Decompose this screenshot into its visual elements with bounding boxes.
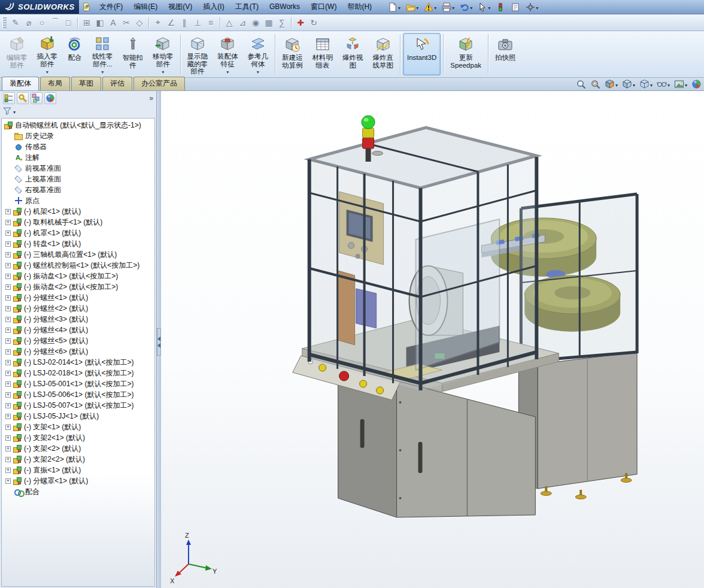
exploded-view-button[interactable]: 爆炸视图 xyxy=(338,33,368,75)
expand-icon[interactable] xyxy=(5,435,11,441)
dropdown-caret-icon[interactable] xyxy=(162,68,164,77)
zoom-area-icon[interactable] xyxy=(588,78,602,90)
filter-dropdown-caret[interactable] xyxy=(13,107,16,116)
tree-item[interactable]: (-) 分螺丝<6> (默认) xyxy=(2,346,154,357)
note-icon[interactable]: A xyxy=(107,16,120,29)
expand-icon[interactable] xyxy=(5,209,11,214)
tree-item[interactable]: (-) 振动盘<2> (默认<按加工>) xyxy=(2,281,154,292)
dropdown-caret-icon[interactable] xyxy=(397,3,400,11)
tree-item[interactable]: (-) 支架<1> (默认) xyxy=(2,422,154,432)
perpendicular-icon[interactable]: ⊥ xyxy=(191,16,204,29)
section-view-icon[interactable] xyxy=(603,78,620,90)
dropdown-caret-icon[interactable] xyxy=(257,68,259,77)
parallel-icon[interactable]: ∥ xyxy=(178,16,191,29)
tree-item[interactable]: (-) 分螺丝<1> (默认) xyxy=(2,292,154,303)
instant3d-button[interactable]: Instant3D xyxy=(403,33,441,75)
file-properties-icon[interactable] xyxy=(508,1,523,14)
rectangle-icon[interactable]: □ xyxy=(62,16,75,29)
measure-icon[interactable]: ⌖ xyxy=(151,16,165,29)
plane-icon[interactable]: △ xyxy=(223,16,236,29)
smart-fasteners-button[interactable]: 智能扣件 xyxy=(119,33,148,75)
expand-icon[interactable] xyxy=(5,295,11,301)
section-icon[interactable]: ⊿ xyxy=(236,16,249,29)
take-snapshot-button[interactable]: 拍快照 xyxy=(491,33,520,75)
assembly-features-button[interactable]: 装配体特征 xyxy=(213,33,242,75)
dropdown-caret-icon[interactable] xyxy=(433,3,436,11)
tree-item[interactable]: (-) 机架<1> (默认) xyxy=(2,206,154,217)
save-warning-icon[interactable] xyxy=(421,1,439,14)
menu-item-5[interactable]: GBWorks xyxy=(264,0,305,14)
tree-item[interactable]: (-) 分螺丝<4> (默认) xyxy=(2,325,154,335)
tab-办公室产品[interactable]: 办公室产品 xyxy=(133,77,185,90)
dropdown-caret-icon[interactable] xyxy=(650,80,653,89)
tree-item[interactable]: (-) 支架2<2> (默认) xyxy=(2,454,154,465)
toolbox-icon[interactable]: ✚ xyxy=(294,16,307,29)
dropdown-caret-icon[interactable] xyxy=(101,68,104,77)
expand-icon[interactable] xyxy=(5,306,11,311)
mate-button[interactable]: 配合 xyxy=(63,33,87,75)
propertymanager-tab-icon[interactable] xyxy=(17,92,29,104)
tab-布局[interactable]: 布局 xyxy=(40,77,70,90)
tree-item[interactable]: (-) LSJ-05-006<1> (默认<按加工>) xyxy=(2,389,154,400)
tab-评估[interactable]: 评估 xyxy=(102,77,132,90)
rebuild-icon[interactable] xyxy=(493,1,508,14)
tree-item[interactable]: (-) 分螺丝<3> (默认) xyxy=(2,314,154,325)
expand-icon[interactable] xyxy=(5,349,11,354)
menu-item-2[interactable]: 视图(V) xyxy=(163,0,198,14)
tree-item[interactable]: (-) LSJ-05-007<1> (默认<按加工>) xyxy=(2,400,154,411)
new-motion-study-button[interactable]: 新建运动算例 xyxy=(278,33,307,75)
undo-icon[interactable] xyxy=(457,1,475,14)
tree-item[interactable]: (-) LSJ-05-001<1> (默认<按加工>) xyxy=(2,378,154,389)
model-right-enclosure[interactable] xyxy=(521,194,637,362)
expand-icon[interactable] xyxy=(5,457,11,462)
tree-item[interactable]: 前视基准面 xyxy=(2,163,154,174)
redo-view-icon[interactable]: ↻ xyxy=(307,16,320,29)
tree-item[interactable]: (-) 取料机械手<1> (默认) xyxy=(2,217,154,228)
tree-item[interactable]: 上视基准面 xyxy=(2,174,154,184)
tree-root-item[interactable]: 自动锁螺丝机 (默认<默认_显示状态-1>) xyxy=(2,120,154,131)
expand-icon[interactable] xyxy=(5,414,11,419)
tree-item[interactable]: 配合 xyxy=(2,486,154,497)
apply-scene-icon[interactable] xyxy=(672,78,689,90)
open-icon[interactable] xyxy=(403,1,421,14)
tree-item[interactable]: 注解 xyxy=(2,152,154,163)
dropdown-caret-icon[interactable] xyxy=(46,68,48,77)
expand-icon[interactable] xyxy=(5,231,11,236)
update-speedpak-button[interactable]: 更新Speedpak xyxy=(446,33,485,75)
sketch-icon[interactable]: ✎ xyxy=(9,16,22,29)
menu-item-7[interactable]: 帮助(H) xyxy=(342,0,377,14)
expand-icon[interactable] xyxy=(5,425,11,430)
graphics-viewport[interactable]: Z Y X xyxy=(161,91,704,588)
dropdown-caret-icon[interactable] xyxy=(667,80,670,89)
menu-item-3[interactable]: 插入(I) xyxy=(198,0,229,14)
tree-item[interactable]: (-) 转盘<1> (默认) xyxy=(2,238,154,249)
expand-icon[interactable] xyxy=(5,284,11,290)
tree-item[interactable]: (-) 分螺丝<5> (默认) xyxy=(2,335,154,346)
tree-item[interactable]: (-) LSJ-05-JJ<1> (默认) xyxy=(2,411,154,422)
tab-装配体[interactable]: 装配体 xyxy=(2,77,39,90)
3d-model-scene[interactable]: Z Y X xyxy=(161,91,704,588)
expand-icon[interactable] xyxy=(5,317,11,322)
expand-icon[interactable] xyxy=(5,381,11,387)
reference-geometry-button[interactable]: 参考几何体 xyxy=(244,33,273,75)
tree-item[interactable]: (-) 分螺丝<2> (默认) xyxy=(2,303,154,314)
tree-item[interactable]: (-) 机罩<1> (默认) xyxy=(2,228,154,238)
model-right-cabinet[interactable] xyxy=(518,352,637,499)
pattern-icon[interactable]: ⊞ xyxy=(80,16,93,29)
edit-component-button[interactable]: 编辑零部件 xyxy=(2,33,32,75)
dropdown-caret-icon[interactable] xyxy=(615,80,618,89)
tree-item[interactable]: (-) 支架2<1> (默认) xyxy=(2,432,154,443)
explode-line-sketch-button[interactable]: 爆炸直线草图 xyxy=(369,33,398,75)
panel-overflow-button[interactable] xyxy=(149,94,153,102)
hide-show-items-icon[interactable] xyxy=(655,78,672,90)
edit-appearance-icon[interactable] xyxy=(690,78,703,90)
panel-collapse-button[interactable] xyxy=(157,328,161,356)
dropdown-caret-icon[interactable] xyxy=(415,3,418,11)
expand-icon[interactable] xyxy=(5,371,11,376)
tree-item[interactable]: (-) 分螺罩<1> (默认) xyxy=(2,475,154,486)
insert-components-button[interactable]: 插入零部件 xyxy=(33,33,62,75)
bill-of-materials-button[interactable]: 材料明细表 xyxy=(308,33,338,75)
model-main-frame[interactable] xyxy=(309,128,537,390)
expand-icon[interactable] xyxy=(5,478,11,484)
tree-item[interactable]: 右视基准面 xyxy=(2,184,154,195)
